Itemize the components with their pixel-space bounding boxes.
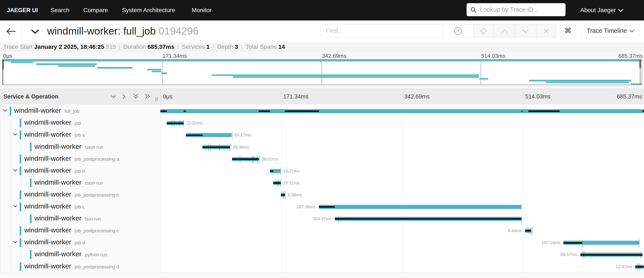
svg-text:?: ? (457, 28, 459, 34)
